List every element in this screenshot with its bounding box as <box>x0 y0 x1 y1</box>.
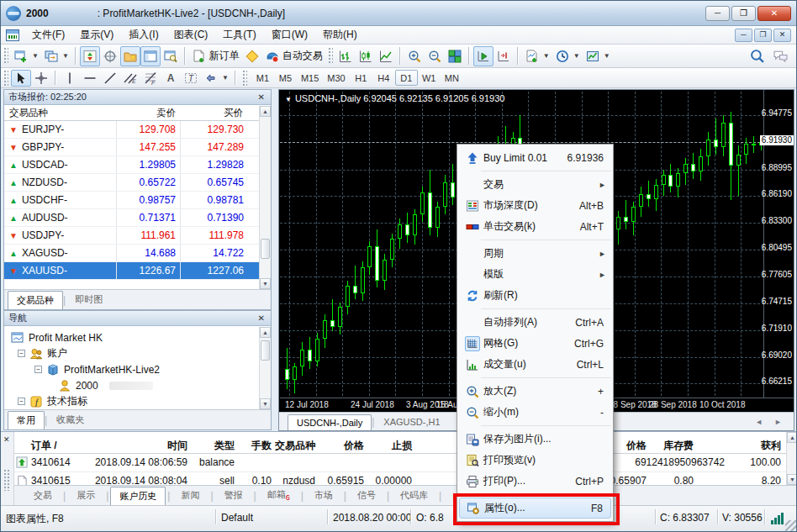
context-menu-item--[interactable]: 周期► <box>459 243 611 264</box>
scroll-up-icon[interactable]: ▲ <box>260 106 271 117</box>
menubar-item-2[interactable]: 插入(I) <box>121 25 166 45</box>
column-symbol[interactable]: 交易品种 <box>4 107 117 119</box>
column-header-2[interactable]: 类型 <box>187 437 235 454</box>
terminal-tab-5[interactable]: 邮箱6 <box>258 485 299 505</box>
chat-icon[interactable] <box>773 49 788 64</box>
candle-chart-button[interactable] <box>356 46 376 66</box>
column-header-4[interactable]: 交易品种 <box>272 437 315 454</box>
minimize-button[interactable]: ─ <box>705 6 730 21</box>
terminal-button[interactable] <box>140 46 161 66</box>
zoom-in-button[interactable] <box>404 46 425 66</box>
timeframe-button-mn[interactable]: MN <box>441 70 463 86</box>
market-watch-tab-1[interactable]: 即时图 <box>66 290 112 309</box>
navigator-tab-0[interactable]: 常用 <box>8 411 45 429</box>
context-menu-item--z-[interactable]: 放大(Z)+ <box>459 381 611 402</box>
crosshair-tool-button[interactable] <box>31 70 51 87</box>
zoom-out-button[interactable] <box>425 46 445 66</box>
chart-tab-0[interactable]: USDCNH-,Daily <box>288 414 372 430</box>
navigator-button[interactable] <box>120 46 140 66</box>
close-button[interactable]: ✕ <box>757 6 791 21</box>
menubar-item-3[interactable]: 图表(C) <box>166 25 216 45</box>
context-menu-item--u-[interactable]: 成交量(u)Ctrl+L <box>459 354 611 375</box>
fibonacci-tool-button[interactable]: F <box>140 70 161 87</box>
column-header-5[interactable]: 价格 <box>315 437 364 454</box>
tree-expander-icon[interactable]: − <box>18 398 25 405</box>
terminal-scrollbar[interactable]: ▲ ▼ <box>786 432 797 485</box>
terminal-tab-4[interactable]: 警报 <box>215 486 252 505</box>
drag-handle[interactable] <box>3 469 11 491</box>
arrows-tool-button[interactable]: ▼ <box>201 70 231 87</box>
context-menu-item--r-[interactable]: 刷新(R) <box>459 285 611 306</box>
periods-button[interactable]: ▼ <box>552 46 583 66</box>
market-watch-row[interactable]: ▼USDJPY- 111.961 111.978 <box>4 227 271 245</box>
bar-chart-button[interactable] <box>335 46 356 66</box>
scroll-up-icon[interactable]: ▲ <box>260 327 271 338</box>
scroll-down-icon[interactable]: ▼ <box>260 278 271 289</box>
scroll-thumb[interactable] <box>261 239 270 259</box>
chart-shift-button[interactable] <box>494 46 514 66</box>
tree-expander-icon[interactable]: − <box>18 350 25 357</box>
column-buy[interactable]: 买价 <box>181 107 248 119</box>
navigator-scrollbar[interactable]: ▲ ▼ <box>259 327 271 409</box>
indicators-button[interactable]: ▼ <box>522 46 552 66</box>
terminal-tab-8[interactable]: 代码库 <box>391 486 437 505</box>
market-watch-row[interactable]: ▲USDCAD- 1.29805 1.29828 <box>4 156 271 174</box>
context-menu-item--[interactable]: 交易► <box>459 174 611 195</box>
column-header-3[interactable]: 手数 <box>235 437 272 454</box>
market-watch-row[interactable]: ▲NZDUSD- 0.65722 0.65745 <box>4 174 271 192</box>
context-menu-item--g-[interactable]: 网格(G)Ctrl+G <box>459 333 611 354</box>
context-menu-item--[interactable]: 模版► <box>459 264 611 285</box>
channel-tool-button[interactable]: E <box>120 70 140 87</box>
column-header-9[interactable]: 库存费 <box>647 437 694 454</box>
close-icon[interactable]: ✕ <box>256 313 267 323</box>
child-minimize-button[interactable]: ─ <box>735 29 752 42</box>
context-menu-item-buy-limit-0-01[interactable]: Buy Limit 0.016.91936 <box>459 147 611 168</box>
context-menu-item--m-[interactable]: 缩小(m)- <box>459 402 611 423</box>
resize-grip[interactable] <box>785 520 796 531</box>
toolbar-drag-handle[interactable] <box>242 70 247 85</box>
new-chart-button[interactable]: ▼ <box>11 46 41 66</box>
column-header-1[interactable]: 时间 <box>90 437 187 454</box>
timeframe-button-m5[interactable]: M5 <box>274 70 297 86</box>
menubar-item-4[interactable]: 工具(T) <box>215 25 263 45</box>
timeframe-button-m30[interactable]: M30 <box>323 70 349 86</box>
timeframe-button-w1[interactable]: W1 <box>418 70 441 86</box>
metaeditor-button[interactable] <box>242 46 262 66</box>
table-row[interactable]: 34106142018.09.14 08:06:59balance100.006… <box>14 454 786 472</box>
timeframe-button-d1[interactable]: D1 <box>395 70 418 86</box>
column-header-0[interactable]: 订单 / <box>31 437 98 454</box>
market-watch-row[interactable]: ▼EURJPY- 129.708 129.730 <box>4 121 271 139</box>
context-menu-item--k-[interactable]: 单击交易(k)Alt+T <box>459 216 611 237</box>
timeframe-button-h1[interactable]: H1 <box>350 70 372 86</box>
menubar-item-6[interactable]: 帮助(H) <box>315 25 365 45</box>
price-axis[interactable]: 6.947756.919306.889956.861906.833006.804… <box>763 90 794 398</box>
chart-tab-1[interactable]: XAGUSD-,H1 <box>374 413 449 430</box>
table-row[interactable]: 34106152018.09.14 08:08:04sell0.10nzdusd… <box>14 472 786 485</box>
new-order-button[interactable]: 新订单 <box>189 46 242 66</box>
terminal-tab-6[interactable]: 市场 <box>305 486 342 505</box>
market-watch-scrollbar[interactable]: ▲ ▼ <box>259 106 271 289</box>
navigator-tab-1[interactable]: 收藏夹 <box>47 410 93 429</box>
tile-windows-button[interactable] <box>445 46 465 66</box>
terminal-tab-1[interactable]: 展示 <box>67 486 104 505</box>
close-icon[interactable]: ✕ <box>256 92 267 102</box>
child-close-button[interactable]: ✕ <box>773 29 791 42</box>
terminal-tab-2[interactable]: 账户历史 <box>110 487 166 505</box>
column-sell[interactable]: 卖价 <box>117 107 181 119</box>
market-watch-button[interactable] <box>80 46 100 66</box>
chart-tab-scroll[interactable]: ◄► <box>755 418 785 426</box>
toolbar-drag-handle[interactable] <box>3 47 8 66</box>
trendline-tool-button[interactable] <box>100 70 120 87</box>
child-restore-button[interactable]: ❐ <box>754 29 772 42</box>
scroll-right-icon[interactable]: ► <box>774 418 782 426</box>
search-icon[interactable] <box>749 49 764 64</box>
navigator-item-2[interactable]: −ProfitMarketHK-Live2 <box>34 361 160 377</box>
maximize-button[interactable]: ❐ <box>731 6 756 21</box>
strategy-tester-button[interactable] <box>161 46 181 66</box>
market-watch-row[interactable]: ▲USDCHF- 0.98757 0.98781 <box>4 192 271 209</box>
scroll-down-icon[interactable]: ▼ <box>787 474 797 485</box>
scroll-thumb[interactable] <box>261 340 270 361</box>
column-header-10[interactable]: 获利 <box>694 437 781 454</box>
market-watch-row[interactable]: ▼GBPJPY- 147.255 147.289 <box>4 139 271 156</box>
navigator-item-1[interactable]: −账户 <box>18 345 67 361</box>
